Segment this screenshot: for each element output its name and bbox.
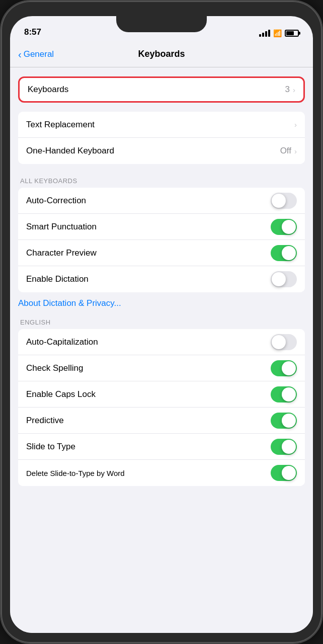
auto-capitalization-knob	[272, 335, 286, 349]
slide-to-type-toggle[interactable]	[271, 439, 297, 455]
one-handed-chevron-icon: ›	[294, 147, 297, 155]
status-icons: 📶	[259, 29, 299, 38]
text-replacement-chevron-icon: ›	[294, 120, 297, 129]
text-replacement-row[interactable]: Text Replacement ›	[18, 112, 305, 138]
check-spelling-label: Check Spelling	[26, 363, 83, 373]
character-preview-row[interactable]: Character Preview	[18, 240, 305, 266]
content-area: Keyboards 3 › Text Replacement › One-Han…	[10, 67, 313, 633]
notch	[116, 16, 207, 32]
delete-slide-to-type-row[interactable]: Delete Slide-to-Type by Word	[18, 460, 305, 486]
predictive-toggle[interactable]	[271, 413, 297, 429]
slide-to-type-label: Slide to Type	[26, 442, 75, 452]
back-label: General	[24, 49, 54, 59]
predictive-knob	[282, 414, 296, 428]
english-group: Auto-Capitalization Check Spelling Enabl…	[18, 329, 305, 486]
status-time: 8:57	[24, 27, 41, 38]
enable-dictation-row[interactable]: Enable Dictation	[18, 266, 305, 292]
one-handed-keyboard-row[interactable]: One-Handed Keyboard Off ›	[18, 138, 305, 164]
phone-frame: 8:57 📶 ‹ General Keyboards	[0, 0, 323, 644]
enable-dictation-toggle[interactable]	[271, 271, 297, 287]
one-handed-label: One-Handed Keyboard	[26, 146, 114, 156]
auto-correction-label: Auto-Correction	[26, 196, 86, 206]
enable-caps-lock-knob	[282, 387, 296, 401]
general-settings-group: Text Replacement › One-Handed Keyboard O…	[18, 112, 305, 164]
slide-to-type-row[interactable]: Slide to Type	[18, 434, 305, 460]
one-handed-right: Off ›	[280, 146, 297, 156]
smart-punctuation-label: Smart Punctuation	[26, 222, 97, 232]
enable-caps-lock-row[interactable]: Enable Caps Lock	[18, 381, 305, 408]
character-preview-label: Character Preview	[26, 248, 97, 258]
delete-slide-to-type-knob	[282, 466, 296, 480]
all-keyboards-group: Auto-Correction Smart Punctuation Charac…	[18, 188, 305, 292]
keyboards-count: 3	[285, 85, 290, 95]
nav-bar: ‹ General Keyboards	[10, 41, 313, 67]
dictation-link-row: About Dictation & Privacy...	[10, 292, 313, 314]
signal-icon	[259, 30, 270, 37]
check-spelling-knob	[282, 361, 296, 375]
keyboards-chevron-icon: ›	[293, 86, 295, 94]
keyboards-label: Keyboards	[28, 85, 68, 95]
smart-punctuation-toggle[interactable]	[271, 219, 297, 235]
auto-correction-row[interactable]: Auto-Correction	[18, 188, 305, 214]
character-preview-knob	[282, 246, 296, 260]
english-section-label: ENGLISH	[10, 314, 313, 329]
delete-slide-to-type-toggle[interactable]	[271, 465, 297, 481]
predictive-row[interactable]: Predictive	[18, 408, 305, 434]
enable-caps-lock-toggle[interactable]	[271, 386, 297, 403]
back-button[interactable]: ‹ General	[18, 49, 54, 59]
battery-icon	[285, 30, 299, 37]
wifi-icon: 📶	[273, 29, 282, 37]
enable-dictation-knob	[272, 272, 286, 286]
slide-to-type-knob	[282, 440, 296, 454]
back-chevron-icon: ‹	[18, 49, 22, 59]
text-replacement-label: Text Replacement	[26, 120, 95, 130]
phone-screen: 8:57 📶 ‹ General Keyboards	[10, 16, 313, 633]
check-spelling-toggle[interactable]	[271, 360, 297, 376]
dictation-privacy-link[interactable]: About Dictation & Privacy...	[18, 298, 121, 308]
all-keyboards-section-label: ALL KEYBOARDS	[10, 173, 313, 188]
auto-correction-knob	[272, 194, 286, 208]
keyboards-right: 3 ›	[285, 85, 295, 95]
character-preview-toggle[interactable]	[271, 245, 297, 261]
smart-punctuation-knob	[282, 220, 296, 234]
text-replacement-right: ›	[294, 120, 297, 129]
auto-capitalization-row[interactable]: Auto-Capitalization	[18, 329, 305, 355]
auto-capitalization-label: Auto-Capitalization	[26, 337, 98, 347]
battery-level	[286, 31, 294, 35]
one-handed-value: Off	[280, 146, 291, 156]
smart-punctuation-row[interactable]: Smart Punctuation	[18, 214, 305, 240]
auto-capitalization-toggle[interactable]	[271, 334, 297, 350]
predictive-label: Predictive	[26, 416, 64, 426]
keyboards-row[interactable]: Keyboards 3 ›	[18, 76, 305, 103]
check-spelling-row[interactable]: Check Spelling	[18, 355, 305, 381]
enable-dictation-label: Enable Dictation	[26, 274, 89, 284]
page-title: Keyboards	[138, 49, 185, 59]
enable-caps-lock-label: Enable Caps Lock	[26, 389, 96, 399]
delete-slide-to-type-label: Delete Slide-to-Type by Word	[26, 469, 125, 477]
auto-correction-toggle[interactable]	[271, 193, 297, 209]
